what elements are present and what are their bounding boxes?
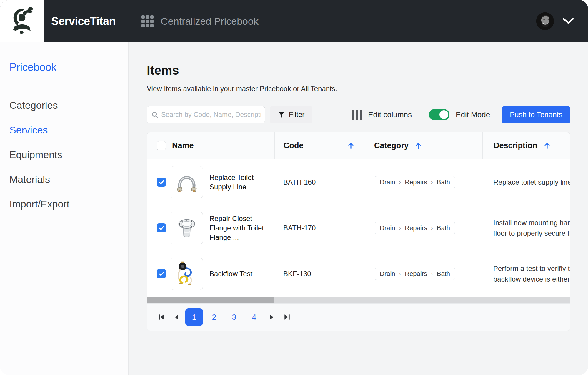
item-code: BATH-170 [274,205,364,251]
search-input[interactable] [147,106,265,123]
items-table-card: Name Code Category [147,132,570,331]
next-page-button[interactable] [264,309,279,325]
horizontal-scrollbar-track[interactable] [147,297,570,303]
item-name-cell: Repair Closet Flange with Toilet Flange … [171,205,274,251]
item-description-cell: Replace toilet supply line [482,159,570,205]
select-all-checkbox[interactable] [157,141,166,150]
sidebar: Pricebook Categories Services Equipments… [0,42,129,375]
main-content: Items View Items available in your maste… [129,42,588,375]
next-page-icon [268,314,275,321]
edit-mode-label: Edit Mode [456,110,490,119]
item-description-cell: Install new mounting hardware to the flo… [482,205,570,251]
item-description-cell: Perform a test to verifiy that the backf… [482,251,570,297]
sort-asc-arrow-icon [347,142,355,150]
chevron-right-separator [431,225,433,231]
page-number-button[interactable]: 1 [185,308,203,326]
user-avatar[interactable] [536,12,554,30]
last-page-icon [283,313,291,321]
item-thumbnail [171,166,203,198]
page-number-button[interactable]: 4 [245,308,263,326]
avatar-photo [536,12,554,30]
closet-flange-photo [174,215,200,241]
sidebar-item-import-export[interactable]: Import/Export [9,198,119,210]
table-footer: 1 2 3 4 [147,303,570,331]
titan-head-logo-icon [6,6,37,36]
page-number-button[interactable]: 3 [225,308,243,326]
page-subtitle: View Items available in your master Pric… [147,85,570,93]
push-to-tenants-button[interactable]: Push to Tenants [502,106,570,123]
item-name: Backflow Test [209,269,252,279]
page-body: Pricebook Categories Services Equipments… [0,42,588,375]
sort-asc-arrow-icon [414,142,422,150]
edit-mode-toggle[interactable] [429,109,449,120]
item-category-cell: Drain Repairs Bath [364,205,482,251]
row-checkbox[interactable] [157,223,166,232]
row-select-cell [147,251,171,297]
first-page-icon [157,313,165,321]
item-name: Repair Closet Flange with Toilet Flange … [209,214,264,242]
item-category-cell: Drain Repairs Bath [364,159,482,205]
filter-label: Filter [289,111,304,119]
chevron-right-separator [431,179,433,185]
row-checkbox[interactable] [157,269,166,278]
table-row: Replace Toilet Supply Line BATH-160 Drai… [147,159,570,205]
search-icon [151,111,159,119]
servicetitan-logo [0,0,44,42]
item-description: Perform a test to verifiy that the backf… [493,263,570,284]
checkmark-icon [158,179,165,185]
chevron-right-separator [399,270,401,277]
item-category-cell: Drain Repairs Bath [364,251,482,297]
page-number-button[interactable]: 2 [205,308,223,326]
item-name-cell: Replace Toilet Supply Line [171,159,274,205]
horizontal-scrollbar-thumb[interactable] [147,297,274,303]
row-checkbox[interactable] [157,178,166,187]
column-header-category[interactable]: Category [364,132,482,159]
category-breadcrumb-chip: Drain Repairs Bath [375,222,455,234]
filter-button[interactable]: Filter [270,106,312,123]
item-code: BATH-160 [274,159,364,205]
table-row: Repair Closet Flange with Toilet Flange … [147,205,570,251]
filter-funnel-icon [278,111,285,118]
app-grid-icon[interactable] [141,15,154,27]
sidebar-item-categories[interactable]: Categories [9,100,119,111]
row-select-cell [147,159,171,205]
column-header-description[interactable]: Description [482,132,570,159]
previous-page-icon [173,314,180,321]
item-description: Replace toilet supply line [493,177,570,188]
search-field-wrap [147,106,265,123]
item-name: Replace Toilet Supply Line [209,173,254,192]
toolbar-right: Edit columns Edit Mode Push to Tenants [352,106,570,123]
column-header-code[interactable]: Code [274,132,364,159]
header-right [536,12,588,30]
item-thumbnail [171,212,203,244]
account-menu-chevron-down-icon[interactable] [563,18,574,24]
sidebar-item-materials[interactable]: Materials [9,174,119,185]
content-divider [147,100,570,100]
sidebar-divider [9,85,119,85]
first-page-button[interactable] [154,309,169,325]
select-all-cell [147,132,171,159]
chevron-right-separator [399,225,401,231]
chevron-right-separator [399,179,401,185]
previous-page-button[interactable] [169,309,184,325]
item-thumbnail [171,258,203,290]
sidebar-item-equipments[interactable]: Equipments [9,149,119,160]
brand-name: ServiceTitan [51,15,116,28]
sidebar-section-pricebook[interactable]: Pricebook [9,61,119,73]
edit-columns-button[interactable]: Edit columns [352,110,412,120]
last-page-button[interactable] [279,309,295,325]
toilet-supply-line-photo [174,169,200,195]
toggle-knob [439,110,448,119]
category-breadcrumb-chip: Drain Repairs Bath [375,176,455,188]
table-header-row: Name Code Category [147,132,570,159]
sidebar-item-services[interactable]: Services [9,124,119,136]
app-window: ServiceTitan Centralized Pricebook [0,0,588,375]
item-code: BKF-130 [274,251,364,297]
column-header-name[interactable]: Name [171,132,274,159]
page-title: Items [147,63,570,78]
top-navbar: ServiceTitan Centralized Pricebook [0,0,588,42]
backflow-test-kit-photo [174,261,200,287]
app-switcher-label: Centralized Pricebook [161,16,259,27]
checkmark-icon [158,225,165,231]
app-switcher[interactable]: Centralized Pricebook [141,15,259,27]
